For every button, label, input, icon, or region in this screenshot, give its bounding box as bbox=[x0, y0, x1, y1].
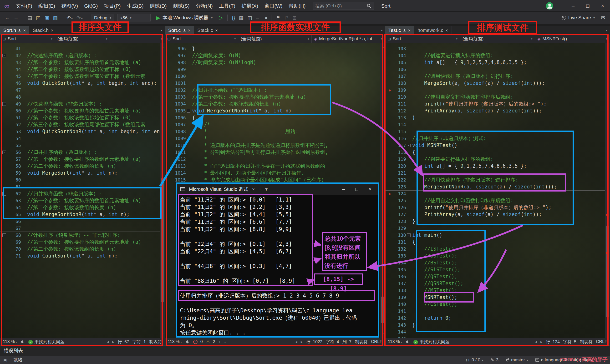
speaker-icon[interactable] bbox=[20, 340, 25, 344]
scroll-right-icon[interactable]: ▸ bbox=[301, 339, 303, 344]
live-share-chevron-icon[interactable]: ▾ bbox=[593, 16, 595, 20]
console-maximize-button[interactable]: □ bbox=[352, 186, 362, 192]
zoom-level[interactable]: 113 %▾ bbox=[168, 339, 182, 344]
tab-overflow-chevron-icon[interactable]: ▾ bbox=[604, 26, 610, 35]
save-all-icon[interactable]: ▥ bbox=[51, 15, 60, 21]
scrollbar-thumb[interactable] bbox=[606, 226, 609, 317]
close-tab-icon[interactable]: × bbox=[188, 28, 190, 33]
speaker-icon[interactable] bbox=[405, 340, 410, 344]
line-ending[interactable]: CRLF bbox=[371, 339, 382, 344]
navigate-forward-icon[interactable]: → bbox=[12, 15, 21, 21]
menu-帮助(H)[interactable]: 帮助(H) bbox=[286, 0, 309, 12]
previous-bookmark-icon[interactable]: ⚐ bbox=[282, 15, 290, 21]
debug-marker-icon[interactable]: ▶ bbox=[389, 87, 391, 94]
console-minimize-button[interactable]: – bbox=[339, 186, 348, 192]
error-count[interactable]: ×0 bbox=[193, 339, 203, 344]
save-icon[interactable]: ▣ bbox=[43, 15, 51, 21]
indent-icon[interactable]: ⇥ bbox=[261, 15, 269, 21]
close-tab-icon[interactable]: × bbox=[445, 28, 448, 33]
clear-bookmarks-icon[interactable]: ⊠ bbox=[290, 15, 299, 21]
vertical-scrollbar[interactable]: ▲ ▼ bbox=[380, 43, 385, 338]
account-avatar[interactable] bbox=[546, 2, 553, 10]
fold-collapse-icon[interactable]: - bbox=[2, 234, 6, 237]
zoom-level[interactable]: 113 %▾ bbox=[388, 339, 402, 344]
member-dropdown[interactable]: ▾ bbox=[110, 35, 165, 43]
next-issue-icon[interactable]: ↓ bbox=[224, 339, 226, 344]
start-debugging-button[interactable]: ▶ 本地 Windows 调试器 ▾ bbox=[154, 14, 215, 21]
tab-Test.c[interactable]: Test.c× bbox=[385, 26, 414, 35]
scroll-down-icon[interactable]: ▼ bbox=[380, 330, 385, 337]
solution-platform-dropdown[interactable]: x86▾ bbox=[117, 14, 151, 21]
indent-mode[interactable]: 制表符 bbox=[149, 339, 162, 345]
maximize-button[interactable]: □ bbox=[581, 0, 595, 12]
feedback-icon[interactable]: ✉ bbox=[599, 15, 607, 21]
member-dropdown[interactable]: ◈ MSNRTest() ▾ bbox=[535, 35, 610, 43]
tab-Stack.c[interactable]: Stack.c× bbox=[194, 26, 221, 35]
fold-collapse-icon[interactable]: - bbox=[187, 109, 190, 113]
menu-工具(T)[interactable]: 工具(T) bbox=[216, 0, 238, 12]
scroll-right-icon[interactable]: ▸ bbox=[112, 339, 114, 344]
scroll-down-icon[interactable]: ▼ bbox=[160, 330, 165, 337]
scroll-left-icon[interactable]: ◂ bbox=[295, 339, 297, 344]
code-editor-surface[interactable]: 103104 //创建要进行插入排序的数组:105 int a[] = { 9,… bbox=[385, 43, 610, 338]
menu-文件(F)[interactable]: 文件(F) bbox=[13, 0, 35, 12]
tab-Sort.h[interactable]: Sort.h× bbox=[0, 26, 29, 35]
minimize-button[interactable]: – bbox=[566, 0, 581, 12]
scroll-down-icon[interactable]: ▼ bbox=[605, 330, 610, 337]
tab-overflow-chevron-icon[interactable]: ▾ bbox=[379, 26, 385, 35]
menu-Git(G)[interactable]: Git(G) bbox=[81, 0, 101, 12]
fold-collapse-icon[interactable]: - bbox=[407, 234, 411, 237]
console-tab-dropdown-icon[interactable]: ▾ bbox=[265, 186, 268, 192]
start-without-debugging-icon[interactable]: ▷ bbox=[217, 14, 225, 21]
close-button[interactable]: × bbox=[595, 0, 610, 12]
scrollbar-thumb[interactable] bbox=[161, 178, 164, 302]
quick-search-input[interactable]: 搜索 (Ctrl+Q) bbox=[313, 2, 374, 10]
menu-窗口(W)[interactable]: 窗口(W) bbox=[261, 0, 286, 12]
menu-项目(P)[interactable]: 项目(P) bbox=[101, 0, 124, 12]
properties-window-icon[interactable]: ◫ bbox=[246, 15, 254, 21]
live-share-button[interactable]: Live Share ▾ bbox=[561, 15, 595, 21]
warning-count[interactable]: ⚠2 bbox=[206, 339, 215, 344]
debug-marker-icon[interactable]: ▶ bbox=[389, 190, 391, 197]
scroll-left-icon[interactable]: ◂ bbox=[535, 339, 537, 344]
git-branch[interactable]: master ▴ bbox=[506, 357, 528, 363]
solution-explorer-icon[interactable]: ▦ bbox=[237, 15, 246, 21]
open-folder-icon[interactable]: ◰ bbox=[34, 15, 43, 21]
pin-icon[interactable] bbox=[18, 29, 21, 32]
scroll-up-icon[interactable]: ▲ bbox=[160, 43, 165, 50]
fold-collapse-icon[interactable]: - bbox=[2, 151, 6, 154]
tab-homework.c[interactable]: homework.c× bbox=[414, 26, 452, 35]
navigate-back-icon[interactable]: ← bbox=[3, 15, 12, 21]
console-new-tab-icon[interactable]: + bbox=[259, 186, 261, 192]
tab-overflow-chevron-icon[interactable]: ▾ bbox=[158, 26, 165, 35]
menu-视图(V)[interactable]: 视图(V) bbox=[58, 0, 81, 12]
menu-扩展(X)[interactable]: 扩展(X) bbox=[238, 0, 261, 12]
run-dropdown-chevron-icon[interactable]: ▾ bbox=[211, 16, 213, 20]
scrollbar-thumb[interactable] bbox=[381, 297, 384, 323]
visual-studio-logo-icon[interactable]: ∞ bbox=[0, 0, 13, 12]
menu-测试(S)[interactable]: 测试(S) bbox=[170, 0, 193, 12]
project-dropdown[interactable]: ⊞ Sort ▾ bbox=[385, 35, 460, 43]
previous-issue-icon[interactable]: ↑ bbox=[219, 339, 221, 344]
bookmark-icon[interactable]: ⚑ bbox=[274, 15, 282, 21]
scroll-right-icon[interactable]: ▸ bbox=[540, 339, 543, 344]
member-dropdown[interactable]: ◈ MergeSortNonR(int * a, int ▾ bbox=[312, 35, 385, 43]
scroll-up-icon[interactable]: ▲ bbox=[380, 43, 385, 50]
fold-collapse-icon[interactable]: - bbox=[407, 144, 411, 147]
scope-dropdown[interactable]: (全局范围) ▾ bbox=[55, 35, 110, 43]
scope-dropdown[interactable]: (全局范围) ▾ bbox=[238, 35, 312, 43]
scope-dropdown[interactable]: (全局范围) ▾ bbox=[460, 35, 535, 43]
background-tasks-icon[interactable]: ▣ bbox=[3, 358, 7, 363]
close-tab-icon[interactable]: × bbox=[51, 28, 53, 33]
solution-configuration-dropdown[interactable]: Debug▾ bbox=[91, 14, 114, 21]
speaker-icon[interactable] bbox=[185, 340, 190, 344]
fold-collapse-icon[interactable]: - bbox=[2, 54, 6, 57]
code-cleanup-icon[interactable]: {} bbox=[230, 15, 237, 21]
project-dropdown[interactable]: ⊞ Sort ▾ bbox=[0, 35, 55, 43]
code-health-indicator[interactable]: ✓未找到相关问题 bbox=[414, 339, 450, 345]
find-in-files-icon[interactable]: ≡ bbox=[254, 15, 261, 21]
new-file-icon[interactable]: ▤ bbox=[26, 15, 34, 21]
pending-changes[interactable]: ✎ 3 bbox=[490, 357, 498, 363]
menu-编辑(E)[interactable]: 编辑(E) bbox=[35, 0, 58, 12]
pin-icon[interactable] bbox=[403, 29, 406, 32]
